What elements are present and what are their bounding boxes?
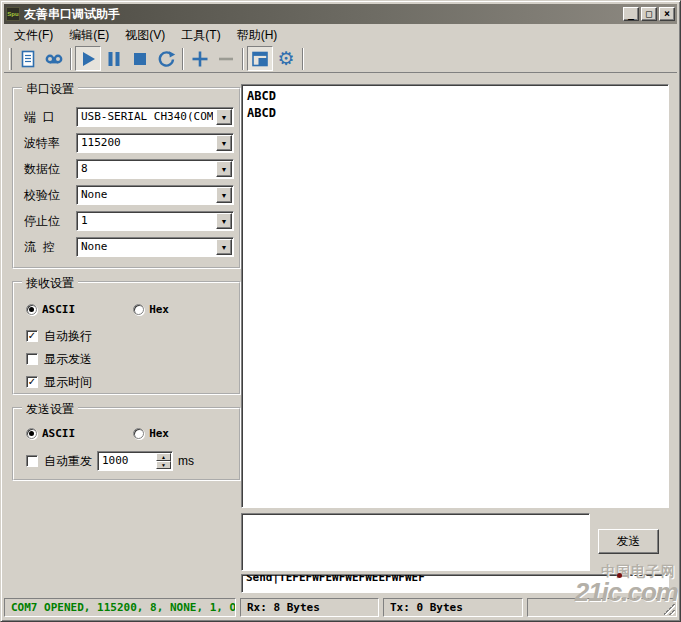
app-icon: Spu (6, 7, 20, 21)
toolbar-grip[interactable] (9, 48, 12, 70)
send-settings-group: 发送设置 ASCII Hex 自动重发 1000 ▲ ▼ ms (12, 407, 241, 481)
client-area: 串口设置 端 口 USB-SERIAL CH340(COM7) ▼ 波特率 11… (4, 73, 677, 594)
toolbar-separator (182, 48, 184, 70)
menu-edit[interactable]: 编辑(E) (61, 25, 117, 46)
menu-help[interactable]: 帮助(H) (229, 25, 286, 46)
record-icon (44, 49, 64, 69)
new-file-button[interactable] (15, 46, 41, 71)
chevron-down-icon: ▼ (221, 166, 228, 173)
receive-format-row: ASCII Hex (26, 303, 169, 316)
send-format-row: ASCII Hex (26, 427, 169, 440)
dropdown-button[interactable]: ▼ (216, 187, 232, 203)
interval-unit-label: ms (178, 454, 194, 468)
spin-down-button[interactable]: ▼ (156, 461, 171, 469)
spin-up-button[interactable]: ▲ (156, 453, 171, 461)
parity-label: 校验位 (24, 187, 76, 204)
plus-icon (190, 49, 210, 69)
chevron-down-icon: ▼ (221, 218, 228, 225)
auto-resend-row: 自动重发 1000 ▲ ▼ ms (26, 451, 194, 471)
menu-file[interactable]: 文件(F) (6, 25, 61, 46)
record-button[interactable] (41, 46, 67, 71)
parity-select[interactable]: None ▼ (76, 185, 234, 205)
auto-resend-checkbox[interactable] (26, 455, 38, 467)
databits-select[interactable]: 8 ▼ (76, 159, 234, 179)
port-settings-group: 串口设置 端 口 USB-SERIAL CH340(COM7) ▼ 波特率 11… (12, 87, 241, 269)
receive-settings-group: 接收设置 ASCII Hex ✓ 自动换行 显示发送 ✓ 显示时间 (12, 281, 241, 395)
tx-bytes-status: Tx: 0 Bytes (383, 598, 523, 617)
title-bar[interactable]: Spu 友善串口调试助手 _ □ × (4, 4, 677, 24)
add-button[interactable] (187, 46, 213, 71)
menu-view[interactable]: 视图(V) (117, 25, 173, 46)
stop-icon (130, 49, 150, 69)
parity-row: 校验位 None ▼ (24, 185, 234, 205)
dropdown-button[interactable]: ▼ (216, 239, 232, 255)
refresh-icon (156, 49, 176, 69)
baud-select[interactable]: 115200 ▼ (76, 133, 234, 153)
refresh-button[interactable] (153, 46, 179, 71)
play-button[interactable] (75, 46, 101, 71)
send-settings-title: 发送设置 (22, 401, 78, 418)
stop-button[interactable] (127, 46, 153, 71)
auto-newline-row: ✓ 自动换行 (26, 329, 92, 343)
toolbar: ⚙ (4, 45, 677, 73)
dropdown-button[interactable]: ▼ (216, 109, 232, 125)
stopbits-label: 停止位 (24, 213, 76, 230)
pause-icon (104, 49, 124, 69)
gear-icon: ⚙ (277, 49, 294, 68)
new-file-icon (18, 49, 38, 69)
close-button[interactable]: × (659, 7, 675, 21)
send-hex-radio[interactable] (133, 428, 144, 439)
settings-button[interactable]: ⚙ (273, 46, 299, 71)
rx-bytes-status: Rx: 8 Bytes (240, 598, 379, 617)
panel-toggle-icon (250, 49, 270, 69)
dropdown-button[interactable]: ▼ (216, 135, 232, 151)
port-row: 端 口 USB-SERIAL CH340(COM7) ▼ (24, 107, 234, 127)
connection-status: COM7 OPENED, 115200, 8, NONE, 1, OFF (4, 598, 236, 617)
toolbar-separator (242, 48, 244, 70)
send-button[interactable]: 发送 (598, 529, 659, 554)
receive-ascii-radio[interactable] (26, 304, 37, 315)
minus-icon (216, 49, 236, 69)
menu-bar: 文件(F) 编辑(E) 视图(V) 工具(T) 帮助(H) (4, 25, 677, 45)
app-window: Spu 友善串口调试助手 _ □ × 文件(F) 编辑(E) 视图(V) 工具(… (0, 0, 681, 622)
receive-display[interactable]: ABCD ABCD (241, 84, 669, 508)
status-bar: COM7 OPENED, 115200, 8, NONE, 1, OFF Rx:… (4, 596, 677, 617)
baud-label: 波特率 (24, 135, 76, 152)
pause-button[interactable] (101, 46, 127, 71)
close-icon: × (664, 9, 670, 19)
chevron-down-icon: ▼ (221, 114, 228, 121)
databits-row: 数据位 8 ▼ (24, 159, 234, 179)
stopbits-row: 停止位 1 ▼ (24, 211, 234, 231)
flowctrl-select[interactable]: None ▼ (76, 237, 234, 257)
remove-button[interactable] (213, 46, 239, 71)
window-title: 友善串口调试助手 (24, 6, 621, 23)
toolbar-separator (302, 48, 304, 70)
resize-grip[interactable] (663, 603, 675, 615)
chevron-down-icon: ▼ (221, 140, 228, 147)
dropdown-button[interactable]: ▼ (216, 161, 232, 177)
databits-label: 数据位 (24, 161, 76, 178)
minimize-button[interactable]: _ (623, 7, 639, 21)
chevron-down-icon: ▼ (221, 192, 228, 199)
show-send-checkbox[interactable] (26, 353, 38, 365)
auto-newline-checkbox[interactable]: ✓ (26, 330, 38, 342)
minimize-icon: _ (628, 9, 634, 19)
send-input[interactable] (241, 513, 590, 571)
menu-tools[interactable]: 工具(T) (173, 25, 228, 46)
baud-row: 波特率 115200 ▼ (24, 133, 234, 153)
panel-toggle-button[interactable] (247, 46, 273, 71)
dropdown-button[interactable]: ▼ (216, 213, 232, 229)
maximize-button[interactable]: □ (641, 7, 657, 21)
show-time-checkbox[interactable]: ✓ (26, 376, 38, 388)
stopbits-select[interactable]: 1 ▼ (76, 211, 234, 231)
receive-hex-radio[interactable] (133, 304, 144, 315)
flowctrl-row: 流 控 None ▼ (24, 237, 234, 257)
quantity-stepper: ▲ ▼ (156, 453, 171, 469)
port-select[interactable]: USB-SERIAL CH340(COM7) ▼ (76, 107, 234, 127)
status-filler (527, 598, 677, 617)
send-history-field[interactable]: Send|TEFEFWFEWFWEFWEEFWFWEF (241, 574, 669, 593)
send-ascii-radio[interactable] (26, 428, 37, 439)
resend-interval-field[interactable]: 1000 ▲ ▼ (97, 451, 173, 471)
receive-settings-title: 接收设置 (22, 275, 78, 292)
flowctrl-label: 流 控 (24, 239, 76, 256)
